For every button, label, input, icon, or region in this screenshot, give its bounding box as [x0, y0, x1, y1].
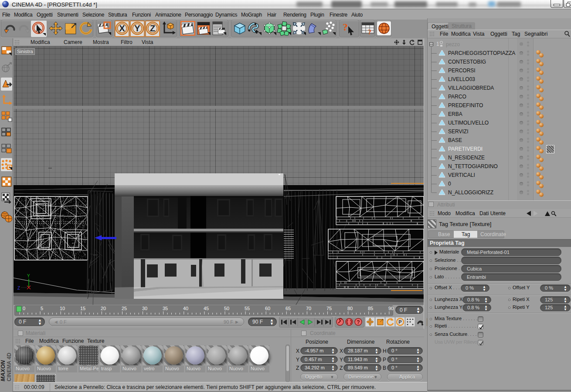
- svg-text:Z: Z: [150, 24, 155, 33]
- svg-text:Y: Y: [134, 24, 140, 33]
- svg-text:75: 75: [326, 306, 332, 311]
- svg-text:70: 70: [306, 306, 311, 311]
- svg-text:Y: Y: [27, 274, 30, 278]
- svg-text:0: 0: [23, 306, 25, 311]
- svg-text:55: 55: [245, 306, 250, 311]
- svg-text:45: 45: [204, 306, 209, 311]
- svg-text:?: ?: [368, 28, 371, 36]
- svg-text:80: 80: [347, 306, 353, 311]
- svg-text:Z: Z: [17, 286, 20, 291]
- svg-text:X: X: [119, 24, 125, 33]
- svg-text:20: 20: [101, 306, 106, 311]
- svg-text:?: ?: [343, 21, 348, 33]
- svg-text:50: 50: [224, 306, 229, 311]
- svg-text:65: 65: [286, 306, 291, 311]
- svg-text:P: P: [398, 319, 401, 324]
- svg-text:90: 90: [388, 306, 394, 311]
- svg-text:35: 35: [163, 306, 168, 311]
- svg-text:30: 30: [142, 306, 147, 311]
- svg-text:40: 40: [183, 306, 188, 311]
- svg-text:85: 85: [368, 306, 373, 311]
- svg-text:?: ?: [357, 319, 360, 325]
- svg-text:10: 10: [60, 306, 65, 311]
- svg-text:5: 5: [41, 306, 43, 311]
- svg-text:60: 60: [265, 306, 270, 311]
- svg-text:25: 25: [122, 306, 127, 311]
- svg-text:15: 15: [80, 306, 85, 311]
